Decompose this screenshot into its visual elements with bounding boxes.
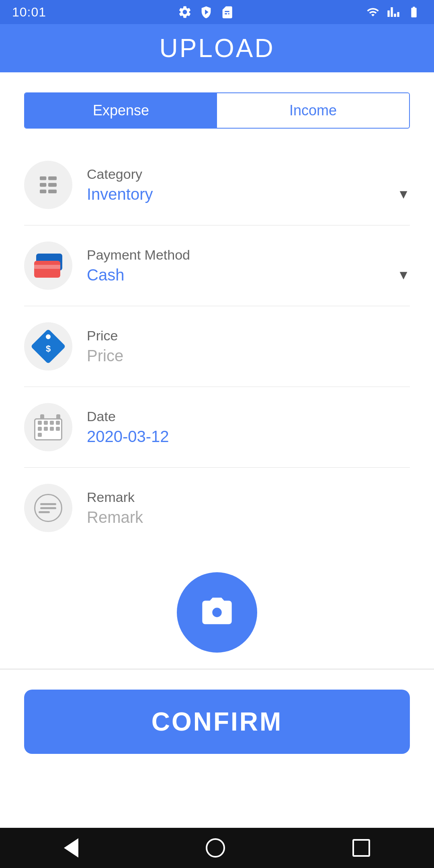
category-value: Inventory: [87, 185, 153, 203]
svg-rect-0: [40, 176, 46, 180]
back-icon: [64, 838, 78, 858]
category-icon-circle: [24, 161, 72, 209]
price-field: Price Price: [87, 328, 410, 365]
nav-back-button[interactable]: [64, 838, 78, 858]
price-tag-icon: $: [31, 329, 66, 364]
signal-icon: [387, 6, 400, 18]
nav-recent-button[interactable]: [352, 839, 370, 857]
recent-icon: [352, 839, 370, 857]
payment-icon-circle: [24, 242, 72, 290]
price-label: Price: [87, 328, 410, 344]
nav-bar: [0, 828, 434, 868]
payment-value: Cash: [87, 266, 124, 284]
remark-field: Remark Remark: [87, 489, 410, 526]
svg-rect-2: [40, 183, 46, 186]
svg-rect-5: [48, 190, 57, 193]
home-icon: [206, 838, 225, 858]
confirm-button[interactable]: CONFIRM: [24, 690, 410, 754]
price-icon-circle: $: [24, 322, 72, 371]
svg-rect-3: [48, 183, 57, 186]
payment-card-icon: [34, 254, 62, 278]
date-label: Date: [87, 409, 410, 424]
camera-icon: [197, 595, 237, 630]
camera-section: [0, 548, 434, 669]
payment-field: Payment Method Cash ▼: [87, 247, 410, 284]
confirm-section: CONFIRM: [0, 690, 434, 754]
status-bar: 10:01: [0, 0, 434, 24]
battery-icon: [406, 6, 422, 18]
category-label: Category: [87, 166, 410, 182]
svg-rect-1: [48, 176, 57, 180]
gear-icon: [178, 5, 192, 19]
remark-input[interactable]: Remark: [87, 508, 410, 526]
app-header: UPLOAD: [0, 24, 434, 72]
date-icon-circle: [24, 403, 72, 451]
remark-speech-icon: [34, 494, 62, 522]
category-dropdown-arrow[interactable]: ▼: [397, 187, 410, 202]
status-icons: [178, 5, 234, 19]
camera-button[interactable]: [177, 572, 257, 653]
confirm-divider: [0, 669, 434, 669]
calendar-icon: [34, 414, 62, 440]
svg-rect-4: [40, 190, 46, 193]
payment-method-row[interactable]: Payment Method Cash ▼: [24, 225, 410, 306]
category-field: Category Inventory ▼: [87, 166, 410, 203]
status-time: 10:01: [12, 5, 46, 20]
tab-bar: Expense Income: [24, 92, 410, 129]
price-row[interactable]: $ Price Price: [24, 306, 410, 387]
tab-expense[interactable]: Expense: [25, 93, 217, 128]
shield-icon: [199, 5, 213, 19]
category-icon: [36, 174, 60, 196]
date-value: 2020-03-12: [87, 428, 410, 446]
price-input[interactable]: Price: [87, 347, 410, 365]
payment-label: Payment Method: [87, 247, 410, 263]
form: Category Inventory ▼ Payment Method Cash…: [0, 145, 434, 548]
remark-icon-circle: [24, 484, 72, 532]
nav-home-button[interactable]: [206, 838, 225, 858]
category-row[interactable]: Category Inventory ▼: [24, 145, 410, 225]
date-row[interactable]: Date 2020-03-12: [24, 387, 410, 468]
sim-icon: [220, 5, 234, 19]
tab-income[interactable]: Income: [217, 93, 409, 128]
payment-dropdown-arrow[interactable]: ▼: [397, 268, 410, 283]
remark-label: Remark: [87, 489, 410, 505]
app-title: UPLOAD: [159, 33, 274, 63]
wifi-icon: [365, 6, 381, 18]
remark-row[interactable]: Remark Remark: [24, 468, 410, 548]
status-right-icons: [365, 6, 422, 18]
date-field: Date 2020-03-12: [87, 409, 410, 446]
